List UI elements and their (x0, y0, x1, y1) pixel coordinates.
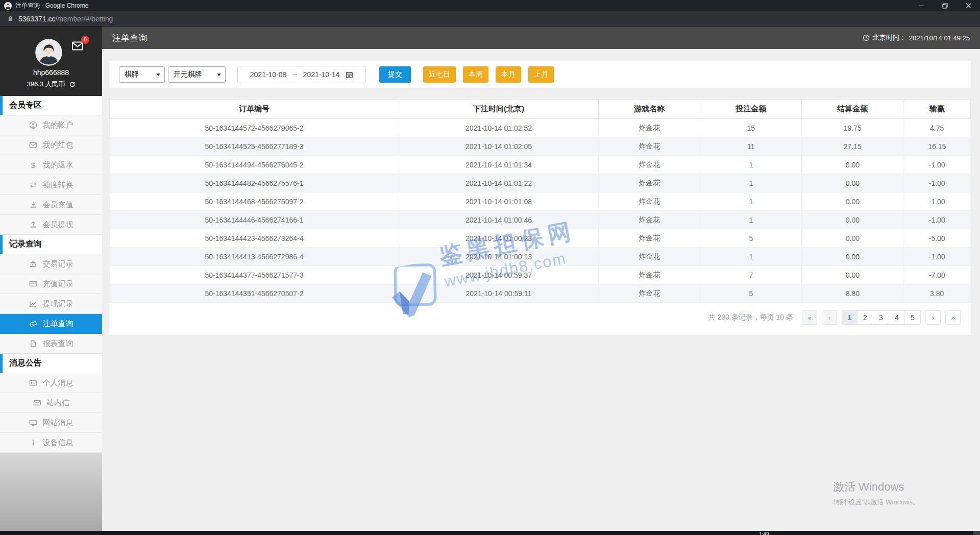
date-to-value: 2021-10-14 (303, 70, 340, 79)
sidebar-item-2-0[interactable]: 个人消息 (0, 373, 102, 393)
sidebar-item-label: 会员充值 (43, 200, 74, 210)
table-cell: -1.00 (903, 174, 971, 192)
sidebar-section-header-2: 消息公告 (0, 354, 102, 373)
date-range-input[interactable]: 2021-10-08 ~ 2021-10-14 (237, 66, 366, 83)
sidebar-item-0-0[interactable]: 我的帐户 (0, 115, 102, 135)
table-cell: 11 (700, 137, 802, 156)
sidebar-item-0-2[interactable]: $我的返水 (0, 155, 102, 175)
page-number-button-2[interactable]: 2 (857, 310, 873, 325)
page-number-button-4[interactable]: 4 (889, 310, 905, 325)
sidebar-item-1-4[interactable]: 报表查询 (0, 334, 102, 354)
column-header-5: 输赢 (903, 100, 971, 119)
sidebar-item-2-2[interactable]: 网站消息 (0, 413, 102, 433)
close-button[interactable] (957, 0, 980, 11)
lock-icon[interactable] (7, 15, 14, 22)
sidebar-item-0-1[interactable]: 我的红包 (0, 135, 102, 155)
table-cell: -1.00 (903, 248, 971, 266)
deposit-icon (29, 201, 38, 209)
mail-icon (70, 45, 85, 54)
user-icon (29, 121, 38, 130)
address-bar[interactable]: 5363371.cc /member/#/betting (0, 11, 980, 27)
first-page-button[interactable]: « (802, 310, 817, 325)
quick-range-button-2[interactable]: 本月 (496, 66, 521, 83)
column-header-0: 订单编号 (110, 100, 399, 119)
table-cell: 0.00 (802, 229, 903, 248)
table-cell: 5 (700, 229, 802, 248)
username: hhp666888 (0, 68, 102, 77)
quick-range-button-3[interactable]: 上月 (528, 66, 554, 83)
minimize-button[interactable] (910, 0, 933, 11)
table-row: 50-1634144446-4566274166-12021-10-14 01:… (110, 211, 971, 229)
user-panel: 0 hhp666888 396.3 人民币 (0, 27, 102, 96)
table-row: 50-1634144572-4566279065-22021-10-14 01:… (110, 119, 971, 137)
beijing-time-label: 北京时间： (873, 33, 906, 42)
table-cell: 50-1634144572-4566279065-2 (110, 119, 399, 137)
table-cell: 4.75 (903, 119, 971, 137)
table-cell: 炸金花 (599, 192, 700, 211)
table-cell: 50-1634144525-4566277189-3 (110, 137, 399, 156)
table-cell: 1 (700, 248, 802, 266)
card-icon (29, 280, 38, 288)
window-title: 注单查询 - Google Chrome (15, 2, 88, 10)
clock-icon (863, 34, 870, 41)
sidebar-section-header-0: 会员专区 (0, 96, 102, 115)
sidebar-item-label: 充值记录 (43, 279, 74, 289)
activate-line2: 转到“设置”以激活 Windows。 (833, 498, 919, 507)
date-separator: ~ (292, 70, 297, 79)
quick-range-button-1[interactable]: 本周 (463, 66, 488, 83)
last-page-button[interactable]: » (945, 310, 961, 325)
beijing-time: 北京时间： 2021/10/14 01:49:25 (863, 33, 970, 42)
sidebar-item-label: 网站消息 (43, 418, 74, 428)
mail-button[interactable]: 0 (70, 40, 87, 54)
main-area: 注单查询 北京时间： 2021/10/14 01:49:25 棋牌 开元棋牌 (102, 27, 980, 531)
table-cell: -7.00 (903, 266, 971, 284)
page-number-group: 12345 (842, 310, 921, 325)
table-row: 50-1634144468-4566275097-22021-10-14 01:… (110, 192, 971, 211)
table-row: 50-1634144377-4566271577-32021-10-14 00:… (110, 266, 971, 284)
sidebar-item-label: 额度转换 (43, 180, 74, 190)
prev-page-button[interactable]: ‹ (822, 310, 837, 325)
table-cell: 19.75 (802, 119, 903, 137)
sidebar-item-0-5[interactable]: 会员提现 (0, 215, 102, 235)
chevron-down-icon (217, 74, 221, 76)
table-cell: 7 (700, 266, 802, 284)
table-cell: 3.80 (903, 284, 971, 303)
balance-value: 396.3 人民币 (27, 80, 65, 89)
provider-select[interactable]: 开元棋牌 (168, 66, 226, 83)
sidebar-item-0-4[interactable]: 会员充值 (0, 195, 102, 215)
table-cell: 2021-10-14 01:00:13 (399, 248, 598, 266)
taskbar-edge: 1:49 (0, 531, 980, 535)
table-cell: 16.15 (903, 137, 971, 156)
filter-panel: 棋牌 开元棋牌 2021-10-08 ~ 2021-10-14 提交 近七日 (109, 61, 971, 88)
table-cell: 0.00 (802, 211, 903, 229)
sidebar-item-2-1[interactable]: 站内信 (0, 393, 102, 413)
submit-button[interactable]: 提交 (379, 66, 411, 83)
sidebar-item-2-3[interactable]: 设备信息 (0, 433, 102, 453)
sidebar-item-1-2[interactable]: 提现记录 (0, 294, 102, 314)
category-select[interactable]: 棋牌 (119, 66, 165, 83)
restore-button[interactable] (933, 0, 957, 11)
table-cell: 1 (700, 174, 802, 192)
sidebar-item-1-0[interactable]: 交易记录 (0, 254, 102, 274)
sidebar: 0 hhp666888 396.3 人民币 会员专区我的帐户我的红包$我的返水⇄… (0, 27, 102, 531)
sidebar-item-label: 个人消息 (43, 378, 74, 388)
refresh-balance-icon[interactable] (69, 81, 76, 88)
activate-windows-watermark: 激活 Windows 转到“设置”以激活 Windows。 (833, 479, 919, 507)
sidebar-item-1-1[interactable]: 充值记录 (0, 274, 102, 294)
page-title: 注单查询 (112, 32, 147, 44)
next-page-button[interactable]: › (925, 310, 941, 325)
table-cell: 2021-10-14 01:02:05 (399, 137, 598, 156)
page-number-button-3[interactable]: 3 (873, 310, 889, 325)
table-cell: 50-1634144413-4566272986-4 (110, 248, 399, 266)
table-cell: 炸金花 (599, 248, 700, 266)
page-number-button-5[interactable]: 5 (905, 310, 921, 325)
table-cell: 50-1634144423-4566273264-4 (110, 229, 399, 248)
taskbar-clock: 1:49 (759, 531, 769, 535)
sidebar-filler (0, 453, 102, 531)
page-number-button-1[interactable]: 1 (842, 310, 857, 325)
sidebar-item-0-3[interactable]: ⇄额度转换 (0, 175, 102, 195)
quick-range-button-0[interactable]: 近七日 (423, 66, 456, 83)
ticket-icon (29, 320, 38, 328)
url-path: /member/#/betting (55, 15, 113, 23)
sidebar-item-1-3[interactable]: 注单查询 (0, 314, 102, 334)
